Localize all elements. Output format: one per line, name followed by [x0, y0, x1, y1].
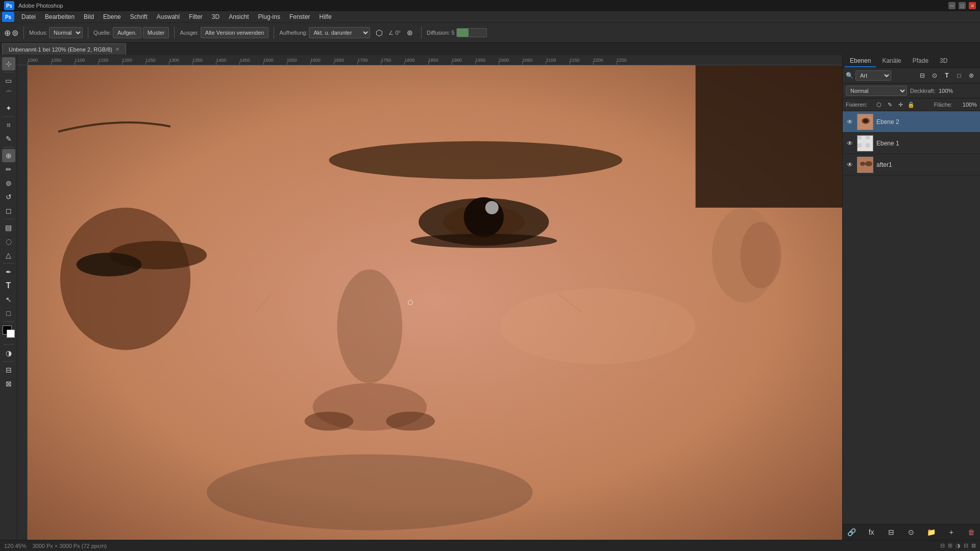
- fullscreen-icon[interactable]: ⊠: [971, 542, 976, 549]
- filter-shape-btn[interactable]: □: [953, 70, 965, 81]
- tab-3d[interactable]: 3D: [935, 55, 952, 67]
- ruler-mark-1750: 1750: [381, 58, 391, 63]
- blend-mode-row: Normal Deckkraft: 100%: [843, 84, 980, 98]
- menu-auswahl[interactable]: Auswahl: [153, 12, 184, 21]
- menu-ebene[interactable]: Ebene: [99, 12, 125, 21]
- diffusion-slider[interactable]: [456, 28, 487, 37]
- magic-wand-tool-button[interactable]: ✦: [2, 102, 15, 115]
- menu-fenster[interactable]: Fenster: [285, 12, 314, 21]
- menu-hilfe[interactable]: Hilfe: [315, 12, 336, 21]
- crop-tool-button[interactable]: ⌗: [2, 118, 15, 132]
- filter-type-select[interactable]: Art: [855, 70, 891, 81]
- minimize-button[interactable]: ─: [948, 2, 955, 9]
- menu-filter[interactable]: Filter: [185, 12, 207, 21]
- blur-tool-button[interactable]: ◌: [2, 235, 15, 248]
- add-layer-button[interactable]: +: [946, 527, 957, 538]
- brush-settings-icon[interactable]: ⊛: [404, 27, 416, 39]
- ruler-mark-1300: 1300: [169, 58, 179, 63]
- history-brush-tool-button[interactable]: ↺: [2, 190, 15, 204]
- modus-select[interactable]: Normal: [49, 27, 83, 38]
- menu-3d[interactable]: 3D: [208, 12, 224, 21]
- delete-layer-button[interactable]: 🗑: [966, 527, 977, 538]
- aufgen-button[interactable]: Aufgen.: [113, 27, 141, 38]
- tab-ebenen[interactable]: Ebenen: [845, 55, 876, 67]
- filter-smart-btn[interactable]: ⊛: [966, 70, 977, 81]
- quick-mask-button[interactable]: ◑: [2, 346, 15, 360]
- color-icon[interactable]: ◑: [955, 542, 961, 549]
- tab-close-button[interactable]: ✕: [115, 46, 119, 52]
- lock-position-btn[interactable]: ✛: [896, 100, 905, 109]
- muster-button[interactable]: Muster: [143, 27, 169, 38]
- tab-bar: Unbenannt-1 bei 120% (Ebene 2, RGB/8) ✕: [0, 43, 980, 55]
- visibility-icon-ebene1[interactable]: 👁: [846, 139, 854, 147]
- shape-tool-button[interactable]: □: [2, 307, 15, 320]
- artboard-button[interactable]: ⊠: [2, 377, 15, 390]
- maximize-button[interactable]: □: [959, 2, 966, 9]
- canvas-area: 1000105011001150120012501300135014001450…: [17, 55, 842, 540]
- svg-rect-27: [857, 143, 862, 147]
- fill-label: Fläche:: [934, 102, 960, 108]
- gradient-tool-button[interactable]: ▤: [2, 221, 15, 234]
- panel-tabs: Ebenen Kanäle Pfade 3D: [843, 55, 980, 68]
- lock-image-btn[interactable]: ✎: [885, 100, 894, 109]
- brush-tool-button[interactable]: ✏: [2, 163, 15, 176]
- layer-item-ebene1[interactable]: 👁 Ebene 1: [843, 133, 980, 154]
- marquee-tool-button[interactable]: ▭: [2, 74, 15, 87]
- zoom-out-icon[interactable]: ⊟: [964, 542, 968, 549]
- document-tab[interactable]: Unbenannt-1 bei 120% (Ebene 2, RGB/8) ✕: [2, 43, 126, 55]
- add-adjustment-button[interactable]: ⊙: [905, 527, 917, 538]
- change-screen-button[interactable]: ⊟: [2, 363, 15, 377]
- clone-tool-button[interactable]: ⊚: [2, 177, 15, 190]
- ruler-mark-1900: 1900: [452, 58, 462, 63]
- background-color[interactable]: [7, 330, 15, 338]
- visibility-icon-after1[interactable]: 👁: [846, 161, 854, 169]
- grid-icon[interactable]: ⊞: [948, 542, 952, 549]
- layer-item-after1[interactable]: 👁 after1: [843, 154, 980, 176]
- quelle-label: Quelle:: [93, 30, 111, 36]
- type-tool-button[interactable]: T: [2, 279, 15, 292]
- menu-datei[interactable]: Datei: [17, 12, 40, 21]
- visibility-icon-ebene2[interactable]: 👁: [846, 118, 854, 126]
- blend-mode-select[interactable]: Normal: [846, 86, 907, 96]
- healing-tool-button[interactable]: ⊕: [2, 149, 15, 162]
- tab-pfade[interactable]: Pfade: [908, 55, 934, 67]
- alte-version-button[interactable]: Alte Version verwenden: [201, 27, 269, 38]
- filter-adjustment-btn[interactable]: ⊙: [929, 70, 940, 81]
- add-group-button[interactable]: 📁: [926, 527, 937, 538]
- filter-type-btn[interactable]: T: [941, 70, 952, 81]
- canvas[interactable]: [28, 65, 842, 540]
- close-button[interactable]: ✕: [969, 2, 976, 9]
- healing-brush-icon: ⊕ ⊚: [4, 28, 18, 38]
- aufhellung-select[interactable]: Akt. u. darunter: [309, 27, 370, 38]
- options-toolbar: ⊕ ⊚ Modus: Normal Quelle: Aufgen. Muster…: [0, 22, 980, 43]
- lasso-tool-button[interactable]: ⌒: [2, 88, 15, 101]
- menu-schrift[interactable]: Schrift: [126, 12, 152, 21]
- path-selection-tool-button[interactable]: ↖: [2, 293, 15, 306]
- add-mask-button[interactable]: ⊟: [886, 527, 897, 538]
- menu-bild[interactable]: Bild: [80, 12, 98, 21]
- svg-point-23: [863, 119, 868, 123]
- lock-all-btn[interactable]: 🔒: [906, 100, 916, 109]
- lock-transparency-btn[interactable]: ⬡: [874, 100, 884, 109]
- eraser-tool-button[interactable]: ◻: [2, 204, 15, 217]
- tab-kanaele[interactable]: Kanäle: [877, 55, 906, 67]
- add-fx-button[interactable]: fx: [866, 527, 877, 538]
- color-swatches: [2, 325, 16, 341]
- app-logo-menu: Ps: [2, 12, 14, 22]
- pen-tool-button[interactable]: ✒: [2, 265, 15, 279]
- add-link-button[interactable]: 🔗: [846, 527, 857, 538]
- layer-item-ebene2[interactable]: 👁 Ebene 2: [843, 111, 980, 133]
- sample-icon[interactable]: ⬡: [373, 27, 385, 39]
- status-bar: 120.45% 3000 Px × 3000 Px (72 ppcm) ⊟ ⊞ …: [0, 540, 980, 551]
- dodge-tool-button[interactable]: △: [2, 248, 15, 262]
- view-info-icon[interactable]: ⊟: [940, 542, 945, 549]
- menu-bearbeiten[interactable]: Bearbeiten: [41, 12, 79, 21]
- menu-ansicht[interactable]: Ansicht: [225, 12, 253, 21]
- move-tool-button[interactable]: ⊹: [2, 57, 15, 70]
- layer-thumbnail-ebene1: [857, 135, 873, 152]
- ruler-mark-1000: 1000: [28, 58, 38, 63]
- filter-pixel-btn[interactable]: ⊟: [917, 70, 928, 81]
- doc-info: 3000 Px × 3000 Px (72 ppcm): [32, 543, 107, 549]
- menu-plugins[interactable]: Plug-ins: [254, 12, 284, 21]
- eyedropper-tool-button[interactable]: ✎: [2, 132, 15, 145]
